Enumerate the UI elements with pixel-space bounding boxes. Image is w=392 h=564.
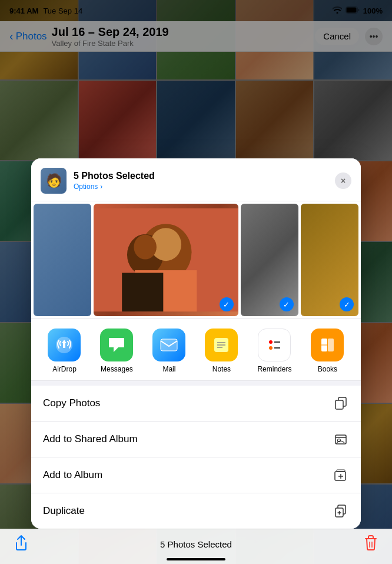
action-list: Copy Photos Add to Shared Album Add to: [31, 386, 361, 529]
svg-point-6: [134, 235, 157, 260]
add-album-label: Add to Album: [43, 469, 102, 481]
share-sheet: 🧑 5 Photos Selected Options › ×: [31, 158, 361, 529]
preview-checkmark-3: ✓: [340, 297, 354, 311]
svg-point-15: [269, 340, 273, 344]
home-indicator: [167, 558, 225, 560]
reminders-icon: [258, 329, 291, 361]
airdrop-label: AirDrop: [52, 365, 77, 373]
share-header: 🧑 5 Photos Selected Options › ×: [31, 158, 361, 201]
notes-label: Notes: [212, 365, 231, 373]
add-shared-album-label: Add to Shared Album: [43, 433, 138, 445]
app-reminders[interactable]: Reminders: [257, 329, 291, 373]
duplicate-icon: [333, 503, 349, 519]
books-icon: [311, 329, 344, 361]
preview-checkmark: ✓: [220, 297, 234, 311]
books-label: Books: [318, 365, 337, 373]
avatar-image: 🧑: [41, 168, 67, 194]
share-preview: ✓ ✓ ✓: [31, 201, 361, 319]
duplicate-label: Duplicate: [43, 505, 85, 517]
app-airdrop[interactable]: AirDrop: [48, 329, 81, 373]
share-button[interactable]: [14, 535, 28, 555]
copy-photos-label: Copy Photos: [43, 397, 100, 409]
share-apps-row: AirDrop Messages Mail: [31, 319, 361, 381]
svg-rect-10: [161, 339, 177, 351]
notes-icon: [205, 329, 238, 361]
close-button[interactable]: ×: [335, 172, 351, 189]
app-books[interactable]: Books: [311, 329, 344, 373]
shared-album-icon: [333, 431, 349, 447]
options-button[interactable]: Options ›: [74, 181, 335, 191]
add-shared-album-action[interactable]: Add to Shared Album: [31, 422, 361, 457]
app-mail[interactable]: Mail: [152, 329, 185, 373]
duplicate-action[interactable]: Duplicate: [31, 493, 361, 529]
mail-label: Mail: [162, 365, 175, 373]
share-header-info: 5 Photos Selected Options ›: [74, 171, 335, 191]
copy-photos-action[interactable]: Copy Photos: [31, 386, 361, 422]
airdrop-icon: [48, 329, 81, 361]
copy-icon: [333, 395, 349, 412]
app-notes[interactable]: Notes: [205, 329, 238, 373]
svg-rect-23: [335, 400, 343, 409]
preview-thumb-4: ✓: [301, 204, 358, 316]
add-album-action[interactable]: Add to Album: [31, 457, 361, 493]
preview-checkmark-2: ✓: [280, 297, 294, 311]
reminders-label: Reminders: [257, 365, 291, 373]
preview-thumb-3: ✓: [241, 204, 298, 316]
messages-icon: [100, 329, 133, 361]
app-messages[interactable]: Messages: [100, 329, 133, 373]
preview-thumb-1: [34, 204, 91, 316]
svg-rect-8: [122, 273, 163, 311]
svg-rect-27: [337, 470, 345, 472]
selected-count-label: 5 Photos Selected: [74, 171, 335, 181]
preview-thumb-main: ✓: [94, 204, 238, 316]
close-icon: ×: [341, 176, 346, 185]
messages-label: Messages: [101, 365, 133, 373]
bottom-selection-text: 5 Photos Selected: [160, 539, 232, 549]
add-album-icon: [333, 467, 349, 483]
trash-button[interactable]: [364, 535, 378, 555]
mail-icon: [152, 329, 185, 361]
svg-rect-20: [328, 339, 334, 351]
svg-point-16: [269, 346, 273, 350]
share-header-avatar: 🧑: [41, 168, 67, 194]
